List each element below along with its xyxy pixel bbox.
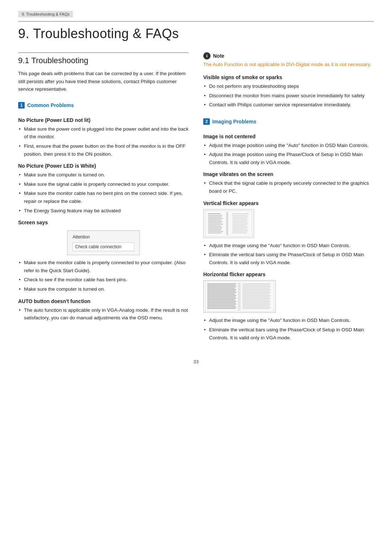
svg-rect-60 [242, 295, 271, 296]
list-item: Eliminate the vertical bars using the Ph… [203, 326, 374, 342]
svg-rect-55 [242, 288, 269, 289]
svg-rect-1 [207, 55, 207, 57]
screen-says-content: Check cable connection [73, 242, 134, 251]
list-item: Contact with Philips customer service re… [203, 101, 374, 109]
badge-num-2: 2 [203, 118, 210, 125]
svg-rect-69 [242, 308, 270, 309]
svg-rect-49 [207, 305, 235, 306]
svg-rect-32 [226, 212, 228, 235]
vertical-flicker-list: Adjust the image using the "Auto" functi… [203, 242, 374, 267]
svg-rect-54 [242, 286, 271, 287]
auto-button-heading: AUTO button doesn't function [18, 298, 189, 304]
list-item: Adjust the image using the "Auto" functi… [203, 242, 374, 250]
svg-rect-61 [242, 297, 270, 297]
svg-rect-16 [208, 231, 223, 232]
svg-rect-43 [207, 297, 236, 297]
svg-rect-51 [207, 308, 236, 309]
svg-rect-42 [207, 295, 236, 296]
svg-rect-8 [208, 220, 221, 220]
svg-rect-45 [207, 299, 235, 300]
svg-rect-2 [207, 54, 207, 55]
image-not-centered-heading: Image is not centered [203, 134, 374, 139]
svg-rect-27 [232, 227, 248, 228]
svg-rect-25 [232, 224, 248, 225]
imaging-problems-label: Imaging Problems [212, 119, 256, 124]
svg-rect-36 [207, 286, 236, 287]
svg-rect-20 [232, 217, 248, 217]
page: 9. Troubleshooting & FAQs 9. Troubleshoo… [0, 0, 392, 556]
svg-rect-66 [242, 304, 271, 304]
svg-rect-37 [207, 288, 235, 289]
svg-rect-31 [232, 233, 247, 233]
auto-button-list: The auto function is applicable only in … [18, 306, 189, 322]
svg-rect-56 [242, 289, 271, 290]
image-vibrates-heading: Image vibrates on the screen [203, 171, 374, 177]
section-title: 9.1 Troubleshooting [18, 52, 189, 65]
vertical-flicker-heading: Vertical flicker appears [203, 200, 374, 206]
horizontal-flicker-list: Adjust the image using the "Auto" functi… [203, 316, 374, 342]
section-intro: This page deals with problems that can b… [18, 70, 189, 93]
svg-rect-7 [208, 218, 223, 219]
svg-rect-53 [242, 285, 270, 286]
screen-says-heading: Screen says [18, 220, 189, 225]
two-column-layout: 9.1 Troubleshooting This page deals with… [18, 52, 374, 344]
list-item: Make sure the computer is turned on. [18, 171, 189, 179]
screen-says-attention: Attention [73, 234, 134, 240]
list-item: Adjust the image using the "Auto" functi… [203, 316, 374, 324]
svg-rect-44 [207, 298, 236, 299]
note-box: Note The Auto Function is not applicable… [203, 52, 374, 69]
list-item: Do not perform any troubleshooting steps [203, 82, 374, 90]
svg-rect-63 [242, 299, 269, 300]
svg-rect-50 [207, 307, 236, 307]
no-picture-led-not-lit-heading: No Picture (Power LED not lit) [18, 117, 189, 123]
svg-rect-67 [242, 305, 269, 306]
list-item: Make sure the computer is turned on. [18, 285, 189, 293]
svg-rect-39 [207, 291, 236, 291]
list-item: Adjust the image position using the Phas… [203, 151, 374, 166]
svg-rect-48 [207, 304, 236, 304]
visible-smoke-list: Do not perform any troubleshooting steps… [203, 82, 374, 109]
list-item: Check that the signal cable is properly … [203, 179, 374, 195]
page-number: 33 [18, 359, 374, 364]
list-item: Check to see if the monitor cable has be… [18, 276, 189, 284]
svg-rect-40 [207, 292, 236, 293]
chapter-title: 9. Troubleshooting & FAQs [18, 21, 374, 41]
list-item: Eliminate the vertical bars using the Ph… [203, 251, 374, 266]
svg-rect-58 [242, 292, 271, 293]
list-item: Adjust the image position using the "Aut… [203, 142, 374, 150]
svg-rect-17 [208, 233, 222, 233]
note-icon [203, 52, 211, 60]
svg-rect-12 [208, 225, 221, 226]
svg-rect-70 [238, 283, 241, 310]
list-item: Disconnect the monitor from mains power … [203, 92, 374, 100]
screen-says-list: Make sure the monitor cable is properly … [18, 259, 189, 293]
svg-rect-57 [242, 291, 270, 291]
list-item: The auto function is applicable only in … [18, 306, 189, 322]
svg-rect-23 [232, 221, 247, 222]
svg-rect-4 [208, 213, 221, 214]
svg-rect-64 [242, 301, 271, 302]
svg-rect-38 [207, 289, 236, 290]
screen-says-box: Attention Check cable connection [67, 230, 140, 255]
common-problems-label: Common Problems [27, 102, 74, 108]
svg-rect-34 [207, 283, 236, 284]
svg-rect-22 [232, 220, 248, 220]
svg-rect-28 [232, 228, 247, 229]
list-item: Make sure the signal cable is properly c… [18, 180, 189, 188]
image-not-centered-list: Adjust the image position using the "Aut… [203, 142, 374, 167]
image-vibrates-list: Check that the signal cable is properly … [203, 179, 374, 195]
breadcrumb-text: 9. Troubleshooting & FAQs [22, 12, 69, 16]
svg-rect-11 [208, 224, 223, 225]
svg-rect-68 [242, 307, 271, 307]
list-item: Make sure the monitor cable is properly … [18, 259, 189, 274]
svg-rect-5 [208, 215, 222, 216]
svg-rect-18 [232, 213, 249, 214]
horizontal-flicker-image [203, 280, 276, 313]
svg-rect-14 [208, 228, 222, 229]
note-label: Note [213, 53, 224, 59]
svg-rect-13 [208, 227, 222, 228]
svg-rect-47 [207, 302, 236, 303]
svg-rect-59 [242, 294, 269, 294]
svg-rect-9 [208, 221, 222, 222]
svg-rect-21 [232, 218, 247, 219]
